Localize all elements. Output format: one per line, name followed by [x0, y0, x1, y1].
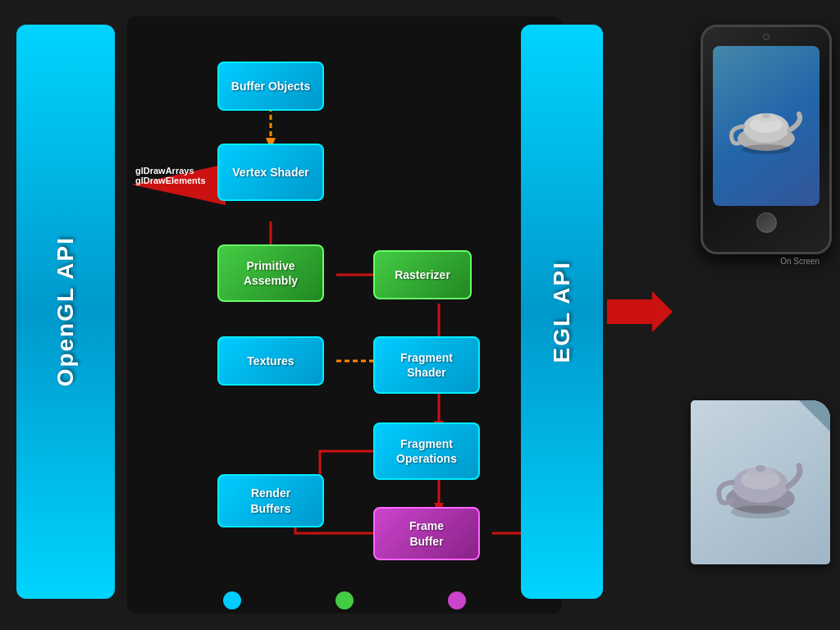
- gl-draw-arrays-label: glDrawArrays glDrawElements: [135, 166, 206, 185]
- fragment-shader-node: FragmentShader: [373, 336, 480, 394]
- dot-cyan: [223, 591, 241, 609]
- render-buffers-node: RenderBuffers: [217, 474, 324, 527]
- egl-api-bar: EGL API: [521, 25, 603, 599]
- phone-home-button: [756, 212, 777, 233]
- svg-point-30: [756, 465, 765, 472]
- svg-point-24: [762, 113, 770, 118]
- on-screen-label: On Screen: [780, 257, 819, 266]
- vertex-shader-node: Vertex Shader: [217, 144, 324, 201]
- svg-point-25: [742, 144, 791, 154]
- svg-marker-19: [607, 291, 673, 332]
- phone-camera: [763, 34, 769, 40]
- primitive-assembly-node: PrimitiveAssembly: [217, 244, 324, 302]
- doc-teapot-image: [711, 441, 810, 523]
- textures-node: Textures: [217, 336, 324, 386]
- diagram-area: Buffer Objects Vertex Shader glDrawArray…: [127, 16, 562, 614]
- dot-purple: [448, 591, 466, 609]
- dot-green: [336, 591, 354, 609]
- egl-right-arrow: [607, 291, 673, 336]
- phone-mockup: [701, 25, 832, 254]
- buffer-objects-node: Buffer Objects: [217, 62, 324, 111]
- phone-screen: [713, 46, 819, 206]
- fragment-operations-node: FragmentOperations: [373, 422, 480, 480]
- rasterizer-node: Rasterizer: [373, 250, 472, 299]
- bottom-dots-area: [127, 591, 562, 609]
- svg-point-31: [731, 505, 790, 518]
- frame-buffer-node: FrameBuffer: [373, 507, 480, 560]
- opengl-api-label: OpenGL API: [52, 236, 79, 386]
- arrows-overlay: [127, 16, 562, 614]
- egl-api-label: EGL API: [549, 261, 575, 363]
- teapot-image: [725, 94, 807, 159]
- document-mockup: [691, 400, 830, 564]
- doc-corner-fold: [799, 400, 830, 431]
- opengl-api-bar: OpenGL API: [16, 25, 115, 599]
